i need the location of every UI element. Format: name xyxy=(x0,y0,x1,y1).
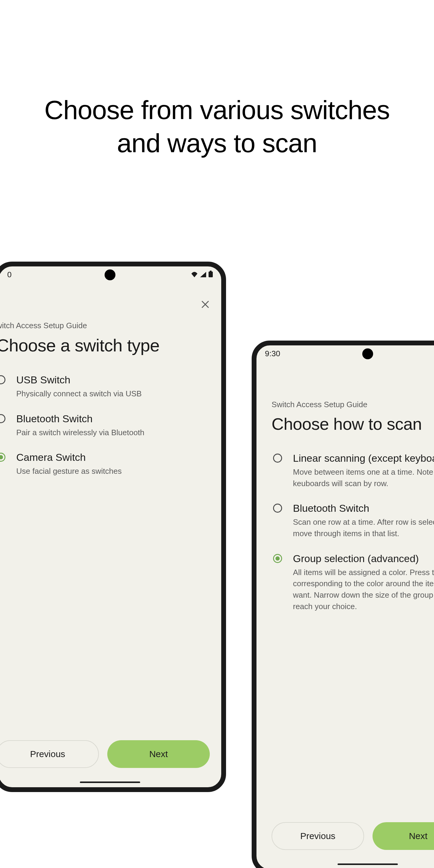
option-title: USB Switch xyxy=(16,374,218,386)
option-desc: Use facial gesture as switches xyxy=(16,466,218,477)
option-linear-scanning[interactable]: Linear scanning (except keyboa Move betw… xyxy=(256,446,434,496)
radio-icon xyxy=(0,375,5,384)
camera-hole-icon xyxy=(362,348,373,359)
option-title: Camera Switch xyxy=(16,452,218,463)
previous-button[interactable]: Previous xyxy=(272,822,364,850)
next-button[interactable]: Next xyxy=(107,740,210,768)
phone-mockup-right: 9:30 Switch Access Setup Guide Choose ho… xyxy=(252,341,434,868)
status-time: 0 xyxy=(7,270,11,279)
camera-hole-icon xyxy=(104,270,116,280)
phone-mockup-left: 0 witch Access Setup Guide Choose a swit… xyxy=(0,261,226,792)
guide-label: witch Access Setup Guide xyxy=(0,321,221,330)
previous-button[interactable]: Previous xyxy=(0,740,99,768)
option-group-selection[interactable]: Group selection (advanced) All items wil… xyxy=(256,546,434,619)
footer-buttons: Previous Next xyxy=(256,822,434,850)
signal-icon xyxy=(200,270,206,279)
option-title: Linear scanning (except keyboa xyxy=(293,453,434,464)
option-usb-switch[interactable]: USB Switch Physically connect a switch v… xyxy=(0,367,221,406)
option-title: Bluetooth Switch xyxy=(293,502,434,514)
status-bar: 0 xyxy=(0,267,221,282)
radio-icon xyxy=(0,414,5,423)
option-title: Group selection (advanced) xyxy=(293,553,434,564)
page-headline: Choose from various switchesand ways to … xyxy=(0,93,434,160)
screen-title: Choose how to scan xyxy=(256,409,434,446)
home-indicator[interactable] xyxy=(338,864,398,865)
radio-icon-selected xyxy=(0,453,5,462)
radio-icon xyxy=(273,454,282,463)
option-desc: Scan one row at a time. After row is sel… xyxy=(293,517,434,539)
guide-label: Switch Access Setup Guide xyxy=(256,400,434,409)
option-desc: Physically connect a switch via USB xyxy=(16,388,218,400)
status-icons xyxy=(191,270,213,279)
next-button[interactable]: Next xyxy=(373,822,434,850)
battery-icon xyxy=(209,270,213,279)
option-bluetooth-switch-scan[interactable]: Bluetooth Switch Scan one row at a time.… xyxy=(256,496,434,546)
option-camera-switch[interactable]: Camera Switch Use facial gesture as swit… xyxy=(0,445,221,484)
radio-icon xyxy=(273,504,282,513)
screen-title: Choose a switch type xyxy=(0,330,221,367)
option-bluetooth-switch[interactable]: Bluetooth Switch Pair a switch wirelessl… xyxy=(0,406,221,445)
close-button[interactable] xyxy=(201,299,210,312)
status-bar: 9:30 xyxy=(256,345,434,361)
wifi-icon xyxy=(191,270,198,279)
radio-icon-selected xyxy=(273,554,282,563)
option-desc: All items will be assigned a color. Pres… xyxy=(293,567,434,613)
option-desc: Pair a switch wirelessly via Bluetooth xyxy=(16,427,218,438)
home-indicator[interactable] xyxy=(80,781,140,783)
status-time: 9:30 xyxy=(265,349,280,358)
footer-buttons: Previous Next xyxy=(0,740,221,768)
option-title: Bluetooth Switch xyxy=(16,413,218,425)
svg-rect-1 xyxy=(210,271,212,272)
svg-rect-0 xyxy=(209,272,213,277)
option-desc: Move between items one at a time. Note t… xyxy=(293,467,434,489)
